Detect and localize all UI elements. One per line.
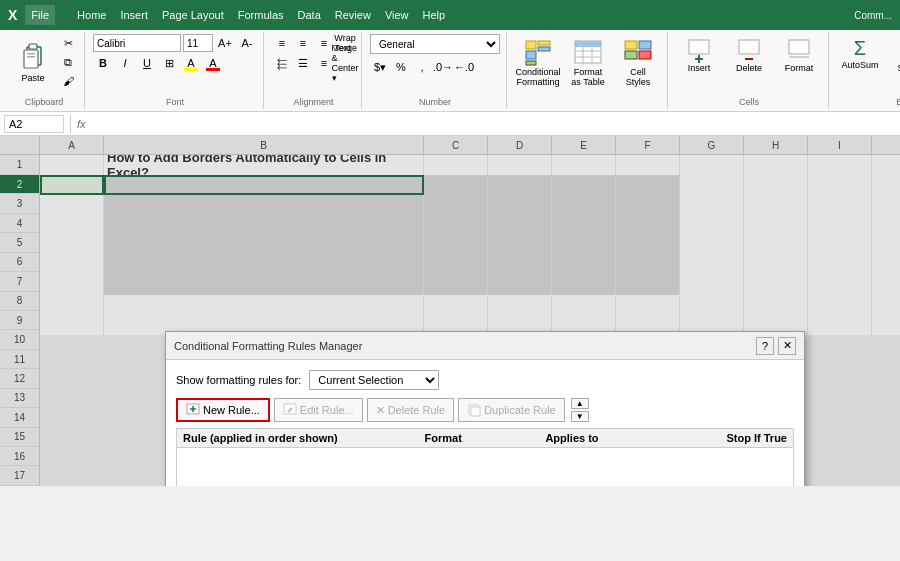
- border-button[interactable]: ⊞: [159, 54, 179, 72]
- svg-rect-5: [526, 41, 536, 49]
- format-painter-button[interactable]: 🖌: [58, 72, 78, 90]
- align-center[interactable]: ☰: [293, 54, 313, 72]
- alignment-section: ≡ ≡ ≡ Wrap Text ⬱ ☰ ≡ Merge & Center ▾: [272, 34, 355, 72]
- font-size-input[interactable]: [183, 34, 213, 52]
- align-left[interactable]: ⬱: [272, 54, 292, 72]
- format-as-table-label: Format as Table: [568, 67, 608, 87]
- delete-rule-button[interactable]: ✕ Delete Rule: [367, 398, 454, 422]
- sort-filter-button[interactable]: Sort & Filter: [887, 34, 900, 86]
- rules-table: Rule (applied in order shown) Format App…: [176, 428, 794, 486]
- new-rule-label: New Rule...: [203, 404, 260, 416]
- svg-rect-7: [526, 61, 536, 65]
- menu-formulas[interactable]: Formulas: [232, 5, 290, 25]
- format-col-header: Format: [425, 432, 546, 444]
- rules-table-body: [177, 448, 793, 486]
- move-rule-down-button[interactable]: ▼: [571, 411, 589, 422]
- align-top-center[interactable]: ≡: [293, 34, 313, 52]
- svg-rect-4: [27, 56, 35, 58]
- font-name-input[interactable]: [93, 34, 181, 52]
- format-as-table-button[interactable]: Format as Table: [565, 34, 611, 90]
- cell-styles-button[interactable]: Cell Styles: [615, 34, 661, 90]
- duplicate-rule-label: Duplicate Rule: [484, 404, 556, 416]
- svg-rect-2: [24, 50, 38, 68]
- svg-rect-16: [625, 41, 637, 49]
- clipboard-group: Paste ✂ ⧉ 🖌 Clipboard: [4, 32, 85, 109]
- percent-btn[interactable]: %: [391, 58, 411, 76]
- new-rule-button[interactable]: New Rule...: [176, 398, 270, 422]
- formula-input[interactable]: [90, 118, 896, 130]
- alignment-group: ≡ ≡ ≡ Wrap Text ⬱ ☰ ≡ Merge & Center ▾ A…: [266, 32, 362, 109]
- dialog-close-button[interactable]: ✕: [778, 337, 796, 355]
- insert-button[interactable]: Insert: [676, 34, 722, 76]
- cell-reference-input[interactable]: [4, 115, 64, 133]
- svg-rect-3: [27, 53, 35, 55]
- paste-icon: [17, 39, 49, 71]
- alignment-label: Alignment: [293, 95, 333, 107]
- app-logo: X: [8, 7, 17, 23]
- ribbon: Paste ✂ ⧉ 🖌 Clipboard A+ A- B I: [0, 30, 900, 112]
- dialog-titlebar: Conditional Formatting Rules Manager ? ✕: [166, 332, 804, 360]
- menu-view[interactable]: View: [379, 5, 415, 25]
- move-rule-up-button[interactable]: ▲: [571, 398, 589, 409]
- menu-page-layout[interactable]: Page Layout: [156, 5, 230, 25]
- svg-rect-6: [526, 51, 536, 59]
- new-rule-icon: [186, 403, 200, 417]
- paste-button[interactable]: Paste: [10, 34, 56, 88]
- edit-rule-button[interactable]: Edit Rule...: [274, 398, 363, 422]
- bold-button[interactable]: B: [93, 54, 113, 72]
- number-group: General $▾ % , .0→ ←.0 Number: [364, 32, 507, 109]
- italic-button[interactable]: I: [115, 54, 135, 72]
- menu-data[interactable]: Data: [292, 5, 327, 25]
- svg-rect-18: [625, 51, 637, 59]
- svg-rect-37: [471, 407, 480, 416]
- cond-format-label: Conditional Formatting: [515, 67, 560, 87]
- format-button[interactable]: Format: [776, 34, 822, 76]
- comma-btn[interactable]: ,: [412, 58, 432, 76]
- currency-btn[interactable]: $▾: [370, 58, 390, 76]
- fill-color-button[interactable]: A: [181, 54, 201, 72]
- copy-button[interactable]: ⧉: [58, 53, 78, 71]
- svg-rect-8: [538, 41, 550, 45]
- spreadsheet-container: A B C D E F G H I J K L M N O P Q R 1 2 …: [0, 136, 900, 486]
- font-size-decrease[interactable]: A-: [237, 34, 257, 52]
- increase-decimal-btn[interactable]: .0→: [433, 58, 453, 76]
- align-top-left[interactable]: ≡: [272, 34, 292, 52]
- edit-rule-icon: [283, 403, 297, 417]
- conditional-formatting-dialog: Conditional Formatting Rules Manager ? ✕…: [165, 331, 805, 486]
- menu-help[interactable]: Help: [417, 5, 452, 25]
- rule-col-header: Rule (applied in order shown): [183, 432, 425, 444]
- top-right-area: Comm...: [854, 10, 892, 21]
- cell-styles-label: Cell Styles: [618, 67, 658, 87]
- dialog-help-button[interactable]: ?: [756, 337, 774, 355]
- merge-center-btn[interactable]: Merge & Center ▾: [335, 54, 355, 72]
- font-size-increase[interactable]: A+: [215, 34, 235, 52]
- dialog-body: Show formatting rules for: Current Selec…: [166, 360, 804, 486]
- paste-label: Paste: [21, 73, 44, 83]
- editing-label: Editing: [896, 95, 900, 107]
- font-color-button[interactable]: A: [203, 54, 223, 72]
- styles-group: Conditional Formatting Format as Table C…: [509, 32, 668, 109]
- menu-home[interactable]: Home: [71, 5, 112, 25]
- conditional-formatting-button[interactable]: Conditional Formatting: [515, 34, 561, 90]
- dialog-controls: ? ✕: [756, 337, 796, 355]
- top-bar: X File Home Insert Page Layout Formulas …: [0, 0, 900, 30]
- font-group: A+ A- B I U ⊞ A A Font: [87, 32, 264, 109]
- cut-button[interactable]: ✂: [58, 34, 78, 52]
- menu-review[interactable]: Review: [329, 5, 377, 25]
- number-format-select[interactable]: General: [370, 34, 500, 54]
- number-label: Number: [419, 95, 451, 107]
- menu-insert[interactable]: Insert: [114, 5, 154, 25]
- delete-button[interactable]: Delete: [726, 34, 772, 76]
- show-rules-select[interactable]: Current Selection This Worksheet: [309, 370, 439, 390]
- duplicate-rule-button[interactable]: Duplicate Rule: [458, 398, 565, 422]
- cells-label: Cells: [739, 95, 759, 107]
- autosum-button[interactable]: Σ AutoSum: [837, 34, 883, 73]
- decrease-decimal-btn[interactable]: ←.0: [454, 58, 474, 76]
- show-rules-row: Show formatting rules for: Current Selec…: [176, 370, 794, 390]
- file-menu[interactable]: File: [25, 5, 55, 25]
- show-rules-label: Show formatting rules for:: [176, 374, 301, 386]
- cells-group: Insert Delete Format Cells: [670, 32, 829, 109]
- svg-rect-9: [538, 47, 550, 51]
- rules-toolbar: New Rule... Edit Rule... ✕ Delete Rule D…: [176, 398, 794, 422]
- underline-button[interactable]: U: [137, 54, 157, 72]
